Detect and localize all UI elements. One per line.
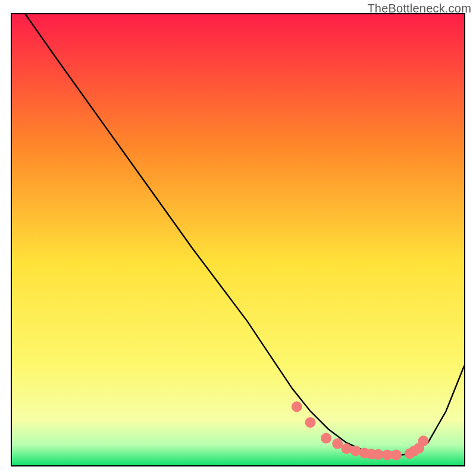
optimal-marker	[321, 433, 331, 444]
optimal-marker	[305, 417, 316, 428]
optimal-zone-markers	[292, 402, 429, 461]
curve-layer	[12, 14, 464, 465]
optimal-marker	[350, 446, 361, 456]
plot-area	[11, 13, 465, 466]
optimal-marker	[292, 402, 302, 412]
bottleneck-curve-path	[26, 14, 464, 455]
optimal-marker	[391, 450, 402, 461]
optimal-marker	[418, 436, 429, 446]
optimal-marker	[341, 443, 352, 454]
bottleneck-chart: TheBottleneck.com	[0, 0, 476, 476]
optimal-marker	[332, 439, 343, 449]
